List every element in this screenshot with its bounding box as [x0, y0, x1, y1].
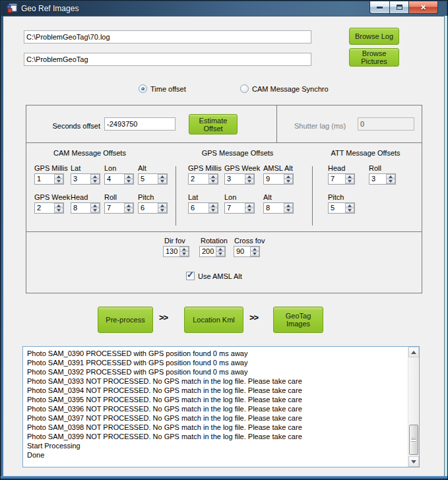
spinner-up-icon[interactable]: [386, 174, 395, 179]
spinner-up-icon[interactable]: [158, 203, 167, 208]
gps-section-title: GPS Message Offsets: [198, 149, 277, 157]
gps-lon-label: Lon: [224, 193, 236, 201]
spinner-up-icon[interactable]: [216, 247, 225, 251]
radio-cam-sync-label: CAM Message Synchro: [252, 85, 329, 93]
cam-pitch-spinner[interactable]: 6: [138, 202, 168, 214]
spinner-up-icon[interactable]: [345, 203, 354, 208]
log-line: Photo SAM_0396 NOT PROCESSED. No GPS mat…: [27, 404, 406, 413]
cam-alt-spinner[interactable]: 5: [138, 173, 168, 185]
rotation-spinner[interactable]: 200: [199, 246, 226, 257]
spinner-down-icon[interactable]: [90, 208, 100, 213]
spinner-down-icon[interactable]: [345, 179, 354, 184]
spinner-up-icon[interactable]: [345, 174, 354, 179]
cross-fov-spinner[interactable]: 90: [234, 246, 260, 257]
geotag-images-button[interactable]: GeoTag Images: [273, 307, 323, 333]
gps-gps-millis-spinner[interactable]: 2: [188, 173, 218, 185]
spinner-down-icon[interactable]: [158, 208, 167, 213]
spinner-down-icon[interactable]: [284, 179, 293, 184]
spinner-up-icon[interactable]: [90, 174, 100, 179]
spinner-up-icon[interactable]: [54, 174, 63, 179]
cam-roll-label: Roll: [104, 193, 117, 201]
spinner-up-icon[interactable]: [124, 174, 133, 179]
vertical-scrollbar[interactable]: [408, 347, 419, 467]
spinner-up-icon[interactable]: [250, 247, 259, 251]
scrollbar-thumb[interactable]: [409, 425, 418, 455]
att-head-label: Head: [328, 164, 345, 172]
spinner-up-icon[interactable]: [124, 203, 133, 208]
spinner-down-icon[interactable]: [54, 179, 63, 184]
gps-gps-millis-label: GPS Millis: [188, 164, 222, 172]
browse-log-button[interactable]: Browse Log: [349, 28, 399, 45]
window-title: Geo Ref Images: [21, 4, 79, 13]
spinner-down-icon[interactable]: [54, 208, 63, 213]
spinner-down-icon[interactable]: [386, 179, 395, 184]
location-kml-button[interactable]: Location Kml: [184, 307, 243, 333]
spinner-down-icon[interactable]: [208, 179, 218, 184]
spinner-down-icon[interactable]: [158, 179, 167, 184]
spinner-up-icon[interactable]: [54, 203, 63, 208]
spinner-up-icon[interactable]: [245, 174, 254, 179]
spinner-down-icon[interactable]: [250, 251, 259, 256]
preprocess-button[interactable]: Pre-process: [98, 307, 153, 333]
spinner-up-icon[interactable]: [90, 203, 100, 208]
att-roll-spinner[interactable]: 3: [369, 173, 396, 185]
spinner-up-icon[interactable]: [284, 203, 293, 208]
spinner-down-icon[interactable]: [245, 179, 254, 184]
spinner-down-icon[interactable]: [179, 251, 189, 256]
log-line: Photo SAM_0397 NOT PROCESSED. No GPS mat…: [27, 413, 406, 423]
minimize-button[interactable]: [369, 1, 390, 14]
cam-gps-week-label: GPS Week: [34, 193, 70, 201]
log-output-textbox[interactable]: Photo SAM_0390 PROCESSED with GPS positi…: [22, 346, 420, 467]
titlebar[interactable]: Geo Ref Images ✕: [1, 1, 447, 16]
cam-lon-label: Lon: [104, 164, 116, 172]
spinner-down-icon[interactable]: [208, 208, 218, 213]
cam-gps-week-spinner[interactable]: 2: [34, 202, 64, 214]
att-head-spinner[interactable]: 7: [328, 173, 355, 185]
dir-fov-spinner[interactable]: 130: [163, 246, 189, 257]
spinner-down-icon[interactable]: [216, 251, 225, 256]
chevron-right-icon: >>: [249, 313, 258, 322]
gps-amsl-alt-spinner[interactable]: 9: [263, 173, 294, 185]
gps-lat-spinner[interactable]: 6: [188, 202, 218, 214]
cam-lon-spinner[interactable]: 4: [104, 173, 134, 185]
cam-gps-millis-spinner[interactable]: 1: [34, 173, 64, 185]
radio-cam-message-synchro[interactable]: CAM Message Synchro: [240, 84, 329, 93]
cam-lat-spinner[interactable]: 3: [71, 173, 100, 185]
att-section-title: ATT Message Offsets: [326, 149, 405, 157]
window-border: [1, 476, 447, 479]
minimize-icon: [377, 7, 383, 9]
spinner-down-icon[interactable]: [284, 208, 293, 213]
pictures-dir-input[interactable]: [24, 53, 311, 66]
spinner-up-icon[interactable]: [179, 247, 189, 251]
log-lines: Photo SAM_0390 PROCESSED with GPS positi…: [23, 347, 407, 467]
spinner-up-icon[interactable]: [245, 203, 254, 208]
log-file-path-input[interactable]: [24, 30, 311, 44]
gps-alt-spinner[interactable]: 8: [263, 202, 294, 214]
maximize-button[interactable]: [390, 1, 408, 14]
scroll-down-button[interactable]: [408, 456, 419, 467]
cam-roll-spinner[interactable]: 7: [104, 202, 134, 214]
spinner-up-icon[interactable]: [208, 174, 218, 179]
spinner-down-icon[interactable]: [124, 208, 133, 213]
spinner-up-icon[interactable]: [208, 203, 218, 208]
spinner-down-icon[interactable]: [124, 179, 133, 184]
gps-gps-week-spinner[interactable]: 3: [224, 173, 255, 185]
close-button[interactable]: ✕: [408, 1, 438, 14]
spinner-down-icon[interactable]: [345, 208, 354, 213]
seconds-offset-input[interactable]: [104, 117, 176, 131]
gps-lon-spinner[interactable]: 7: [224, 202, 255, 214]
scroll-up-button[interactable]: [408, 347, 419, 357]
spinner-down-icon[interactable]: [245, 208, 254, 213]
radio-time-offset[interactable]: Time offset: [139, 84, 186, 93]
browse-pictures-button[interactable]: Browse Pictures: [349, 48, 399, 67]
checkbox-checked-icon: ✓: [186, 272, 195, 280]
use-amsl-alt-label: Use AMSL Alt: [198, 272, 242, 280]
spinner-down-icon[interactable]: [90, 179, 100, 184]
att-pitch-spinner[interactable]: 5: [328, 202, 355, 214]
estimate-offset-button[interactable]: Estimate Offset: [189, 114, 238, 135]
use-amsl-alt-checkbox[interactable]: ✓ Use AMSL Alt: [186, 272, 242, 280]
cam-head-spinner[interactable]: 8: [71, 202, 100, 214]
att-pitch-label: Pitch: [328, 193, 344, 201]
spinner-up-icon[interactable]: [158, 174, 167, 179]
spinner-up-icon[interactable]: [284, 174, 293, 179]
